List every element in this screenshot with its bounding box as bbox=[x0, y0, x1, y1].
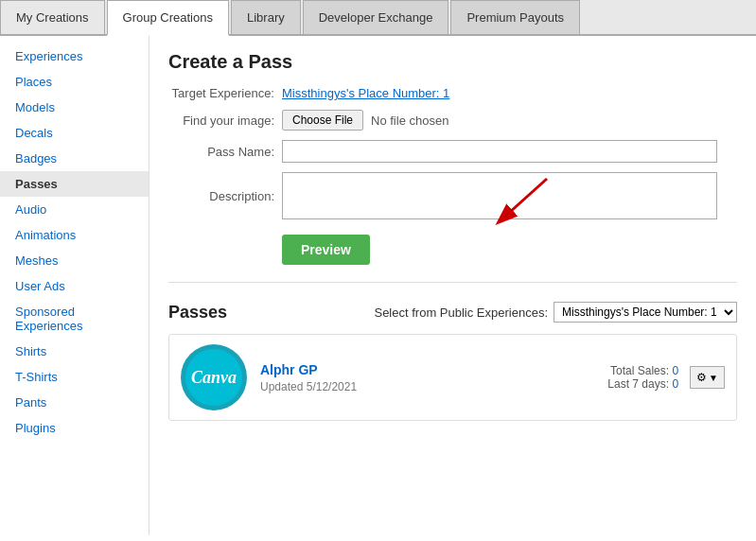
pass-thumbnail: Canva bbox=[181, 344, 247, 410]
tab-group-creations[interactable]: Group Creations bbox=[107, 0, 229, 36]
experience-select[interactable]: Missthingys's Place Number: 1 bbox=[554, 302, 737, 323]
pass-actions: ⚙ ▼ bbox=[690, 366, 725, 389]
sidebar-item-models[interactable]: Models bbox=[0, 95, 149, 120]
sidebar: Experiences Places Models Decals Badges … bbox=[0, 36, 149, 535]
main-content: Create a Pass Target Experience: Missthi… bbox=[149, 36, 756, 535]
pass-info: Alphr GP Updated 5/12/2021 bbox=[260, 362, 607, 393]
total-sales-row: Total Sales: 0 bbox=[607, 364, 678, 377]
pass-name-input[interactable] bbox=[282, 140, 717, 163]
create-pass-section: Create a Pass Target Experience: Missthi… bbox=[168, 51, 737, 265]
create-pass-title: Create a Pass bbox=[168, 51, 737, 73]
sidebar-item-pants[interactable]: Pants bbox=[0, 390, 149, 415]
description-label: Description: bbox=[168, 189, 282, 203]
sidebar-item-plugins[interactable]: Plugins bbox=[0, 415, 149, 441]
tab-premium-payouts[interactable]: Premium Payouts bbox=[450, 0, 580, 34]
sidebar-item-user-ads[interactable]: User Ads bbox=[0, 273, 149, 299]
no-file-text: No file chosen bbox=[371, 113, 448, 128]
pass-stats: Total Sales: 0 Last 7 days: 0 bbox=[607, 364, 678, 391]
top-tab-bar: My Creations Group Creations Library Dev… bbox=[0, 0, 756, 36]
passes-section: Passes Select from Public Experiences: M… bbox=[168, 302, 737, 421]
section-divider bbox=[168, 282, 737, 283]
sidebar-item-meshes[interactable]: Meshes bbox=[0, 248, 149, 273]
sidebar-item-experiences[interactable]: Experiences bbox=[0, 44, 149, 69]
tab-my-creations[interactable]: My Creations bbox=[0, 0, 105, 34]
preview-button[interactable]: Preview bbox=[282, 235, 370, 265]
sidebar-item-shirts[interactable]: Shirts bbox=[0, 339, 149, 364]
pass-item: Canva Alphr GP Updated 5/12/2021 Total S… bbox=[168, 334, 737, 421]
main-layout: Experiences Places Models Decals Badges … bbox=[0, 36, 756, 535]
sidebar-item-passes[interactable]: Passes bbox=[0, 171, 149, 197]
sidebar-item-badges[interactable]: Badges bbox=[0, 146, 149, 171]
target-experience-row: Target Experience: Missthingys's Place N… bbox=[168, 86, 737, 100]
sidebar-item-decals[interactable]: Decals bbox=[0, 120, 149, 146]
sidebar-item-places[interactable]: Places bbox=[0, 69, 149, 95]
sidebar-item-t-shirts[interactable]: T-Shirts bbox=[0, 364, 149, 390]
pass-name-row: Pass Name: bbox=[168, 140, 737, 163]
find-image-row: Find your image: Choose File No file cho… bbox=[168, 110, 737, 131]
last7-value: 0 bbox=[672, 377, 678, 391]
pass-updated: Updated 5/12/2021 bbox=[260, 380, 607, 393]
sidebar-item-audio[interactable]: Audio bbox=[0, 197, 149, 222]
last7-row: Last 7 days: 0 bbox=[607, 377, 678, 391]
total-sales-value: 0 bbox=[672, 364, 678, 377]
description-input[interactable] bbox=[282, 172, 717, 219]
target-experience-link[interactable]: Missthingys's Place Number: 1 bbox=[282, 86, 449, 100]
last7-label: Last 7 days: bbox=[607, 377, 669, 391]
sidebar-item-sponsored-experiences[interactable]: Sponsored Experiences bbox=[0, 299, 149, 339]
target-experience-label: Target Experience: bbox=[168, 86, 282, 100]
gear-icon: ⚙ bbox=[696, 371, 707, 384]
dropdown-icon: ▼ bbox=[709, 373, 718, 383]
tab-library[interactable]: Library bbox=[231, 0, 301, 34]
gear-button[interactable]: ⚙ ▼ bbox=[690, 366, 725, 389]
select-experience-label: Select from Public Experiences: bbox=[374, 305, 548, 320]
pass-name[interactable]: Alphr GP bbox=[260, 362, 607, 377]
total-sales-label: Total Sales: bbox=[610, 364, 669, 377]
tab-developer-exchange[interactable]: Developer Exchange bbox=[303, 0, 449, 34]
passes-header: Passes Select from Public Experiences: M… bbox=[168, 302, 737, 323]
pass-name-label: Pass Name: bbox=[168, 145, 282, 159]
description-row: Description: bbox=[168, 172, 737, 219]
pass-thumbnail-inner: Canva bbox=[185, 349, 242, 406]
passes-section-title: Passes bbox=[168, 303, 227, 323]
sidebar-item-animations[interactable]: Animations bbox=[0, 222, 149, 248]
choose-file-button[interactable]: Choose File bbox=[282, 110, 363, 131]
find-image-label: Find your image: bbox=[168, 113, 282, 128]
